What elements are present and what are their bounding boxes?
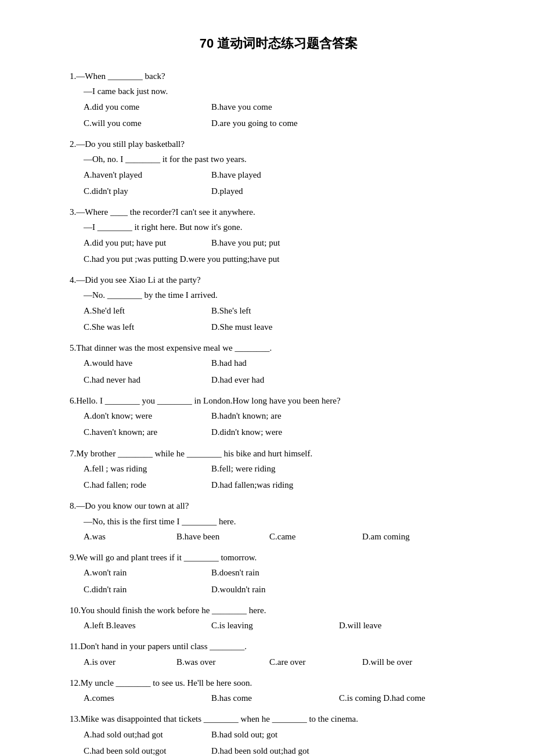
option-row-1-1: C.will you comeD.are you going to come <box>84 116 488 131</box>
question-line-7-0: 7.My brother ________ while he ________ … <box>70 446 488 461</box>
question-line-8-1: —No, this is the first time I ________ h… <box>70 514 488 529</box>
option-9-1-0: C.didn't rain <box>84 582 211 597</box>
question-line-10-0: 10.You should finish the work before he … <box>70 603 488 618</box>
option-4-0-0: A.She'd left <box>84 303 211 318</box>
question-line-13-0: 13.Mike was disappointed that tickets __… <box>70 711 488 726</box>
option-6-1-1: D.didn't know; were <box>211 424 339 440</box>
option-13-1-0: C.had been sold out;got <box>84 743 211 756</box>
option-7-0-0: A.fell ; was riding <box>84 461 211 476</box>
options-8: A.wasB.have beenC.cameD.am coming <box>70 529 488 544</box>
option-8-0-1: B.have been <box>176 529 269 544</box>
options-5: A.would haveB.had hadC.had never hadD.ha… <box>70 355 488 387</box>
option-row-9-1: C.didn't rainD.wouldn't rain <box>84 582 488 597</box>
option-4-1-0: C.She was left <box>84 319 211 334</box>
option-13-0-0: A.had sold out;had got <box>84 727 211 742</box>
option-6-0-1: B.hadn't known; are <box>211 408 339 423</box>
option-7-1-1: D.had fallen;was riding <box>211 477 339 492</box>
question-12: 12.My uncle ________ to see us. He'll be… <box>70 675 488 706</box>
option-11-0-1: B.was over <box>176 654 269 669</box>
question-line-6-0: 6.Hello. I ________ you ________ in Lond… <box>70 393 488 408</box>
question-8: 8.—Do you know our town at all?—No, this… <box>70 498 488 544</box>
option-6-1-0: C.haven't known; are <box>84 424 211 440</box>
option-row-5-1: C.had never hadD.had ever had <box>84 372 488 387</box>
option-row-6-0: A.don't know; wereB.hadn't known; are <box>84 408 488 423</box>
options-9: A.won't rainB.doesn't rainC.didn't rainD… <box>70 565 488 597</box>
option-13-0-1: B.had sold out; got <box>211 727 339 742</box>
question-line-1-0: 1.—When ________ back? <box>70 69 488 84</box>
question-2: 2.—Do you still play basketball?—Oh, no.… <box>70 136 488 199</box>
question-line-12-0: 12.My uncle ________ to see us. He'll be… <box>70 675 488 690</box>
option-8-0-3: D.am coming <box>362 529 455 544</box>
option-10-0-0: A.left B.leaves <box>84 618 211 633</box>
options-12: A.comesB.has comeC.is coming D.had come <box>70 690 488 705</box>
question-1: 1.—When ________ back?—I came back just … <box>70 69 488 131</box>
option-row-3-1: C.had you put ;was putting D.were you pu… <box>84 251 488 267</box>
option-9-0-0: A.won't rain <box>84 565 211 580</box>
option-7-0-1: B.fell; were riding <box>211 461 339 476</box>
option-row-10-0: A.left B.leavesC.is leavingD.will leave <box>84 618 488 633</box>
question-line-4-1: —No. ________ by the time I arrived. <box>70 287 488 303</box>
question-line-5-0: 5.That dinner was the most expensive mea… <box>70 340 488 355</box>
option-row-2-0: A.haven't playedB.have played <box>84 167 488 182</box>
options-13: A.had sold out;had gotB.had sold out; go… <box>70 727 488 757</box>
option-1-1-1: D.are you going to come <box>211 116 339 131</box>
option-row-12-0: A.comesB.has comeC.is coming D.had come <box>84 690 488 705</box>
option-5-1-0: C.had never had <box>84 372 211 387</box>
option-13-1-1: D.had been sold out;had got <box>211 743 339 756</box>
option-11-0-3: D.will be over <box>362 654 455 669</box>
option-8-0-0: A.was <box>84 529 176 544</box>
question-line-3-1: —I ________ it right here. But now it's … <box>70 219 488 235</box>
option-row-11-0: A.is overB.was overC.are overD.will be o… <box>84 654 488 669</box>
option-12-0-1: B.has come <box>211 690 339 705</box>
option-2-1-0: C.didn't play <box>84 183 211 199</box>
options-4: A.She'd leftB.She's leftC.She was leftD.… <box>70 303 488 335</box>
option-9-1-1: D.wouldn't rain <box>211 582 339 597</box>
option-row-13-0: A.had sold out;had gotB.had sold out; go… <box>84 727 488 742</box>
question-10: 10.You should finish the work before he … <box>70 603 488 633</box>
question-3: 3.—Where ____ the recorder?I can't see i… <box>70 204 488 267</box>
option-3-0-1: B.have you put; put <box>211 235 339 250</box>
option-1-1-0: C.will you come <box>84 116 211 131</box>
question-line-8-0: 8.—Do you know our town at all? <box>70 498 488 513</box>
option-2-1-1: D.played <box>211 183 339 199</box>
question-line-1-1: —I came back just now. <box>70 84 488 99</box>
option-12-0-0: A.comes <box>84 690 211 705</box>
option-row-9-0: A.won't rainB.doesn't rain <box>84 565 488 580</box>
option-11-0-0: A.is over <box>84 654 176 669</box>
option-row-3-0: A.did you put; have putB.have you put; p… <box>84 235 488 250</box>
option-2-0-0: A.haven't played <box>84 167 211 182</box>
option-3-1-0: C.had you put ;was putting D.were you pu… <box>84 251 279 267</box>
options-11: A.is overB.was overC.are overD.will be o… <box>70 654 488 669</box>
option-2-0-1: B.have played <box>211 167 339 182</box>
option-row-4-0: A.She'd leftB.She's left <box>84 303 488 318</box>
questions-container: 1.—When ________ back?—I came back just … <box>70 69 488 756</box>
question-7: 7.My brother ________ while he ________ … <box>70 446 488 493</box>
option-row-13-1: C.had been sold out;gotD.had been sold o… <box>84 743 488 756</box>
question-line-11-0: 11.Don't hand in your papers until class… <box>70 639 488 654</box>
option-row-2-1: C.didn't playD.played <box>84 183 488 199</box>
question-line-9-0: 9.We will go and plant trees if it _____… <box>70 550 488 565</box>
option-4-0-1: B.She's left <box>211 303 339 318</box>
option-row-7-0: A.fell ; was ridingB.fell; were riding <box>84 461 488 476</box>
option-5-0-1: B.had had <box>211 355 339 370</box>
option-3-0-0: A.did you put; have put <box>84 235 211 250</box>
question-13: 13.Mike was disappointed that tickets __… <box>70 711 488 756</box>
option-8-0-2: C.came <box>269 529 362 544</box>
option-9-0-1: B.doesn't rain <box>211 565 339 580</box>
option-10-0-2: D.will leave <box>339 618 467 633</box>
question-6: 6.Hello. I ________ you ________ in Lond… <box>70 393 488 440</box>
option-4-1-1: D.She must leave <box>211 319 339 334</box>
option-11-0-2: C.are over <box>269 654 362 669</box>
option-row-6-1: C.haven't known; areD.didn't know; were <box>84 424 488 440</box>
question-4: 4.—Did you see Xiao Li at the party?—No.… <box>70 272 488 334</box>
question-line-2-1: —Oh, no. I ________ it for the past two … <box>70 152 488 167</box>
question-5: 5.That dinner was the most expensive mea… <box>70 340 488 387</box>
question-line-4-0: 4.—Did you see Xiao Li at the party? <box>70 272 488 287</box>
option-12-0-2: C.is coming D.had come <box>339 690 467 705</box>
option-row-5-0: A.would haveB.had had <box>84 355 488 370</box>
options-6: A.don't know; wereB.hadn't known; areC.h… <box>70 408 488 440</box>
option-row-7-1: C.had fallen; rodeD.had fallen;was ridin… <box>84 477 488 492</box>
options-10: A.left B.leavesC.is leavingD.will leave <box>70 618 488 633</box>
question-line-3-0: 3.—Where ____ the recorder?I can't see i… <box>70 204 488 219</box>
question-11: 11.Don't hand in your papers until class… <box>70 639 488 669</box>
